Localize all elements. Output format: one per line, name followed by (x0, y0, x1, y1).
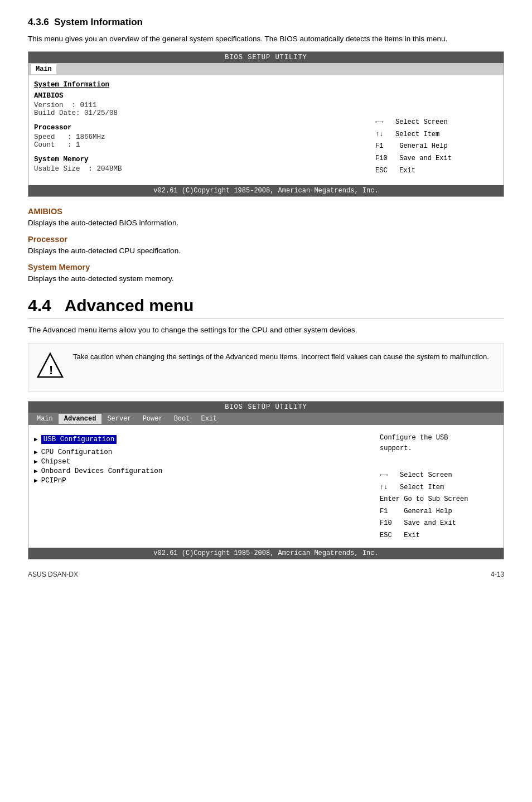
bios-tab-adv-power[interactable]: Power (137, 414, 168, 424)
section-436-desc: This menu gives you an overview of the g… (28, 33, 504, 45)
memory-title: System Memory (34, 156, 370, 163)
amibios-title: AMIBIOS (34, 92, 370, 100)
help-f10: F10 Save and Exit (375, 153, 452, 165)
warning-box: ! Take caution when changing the setting… (28, 343, 504, 392)
caution-triangle-icon: ! (37, 351, 64, 380)
section-436-title: 4.3.6 System Information (28, 17, 504, 28)
bios-tab-adv-server[interactable]: Server (101, 414, 137, 424)
bios-item-chipset[interactable]: ▶ Chipset (34, 458, 370, 466)
help-arrows: ←→ Select Screen (375, 117, 452, 129)
bios-header-1: BIOS SETUP UTILITY (28, 52, 504, 63)
help-keys-1: ←→ Select Screen ↑↓ Select Item F1 Gener… (375, 117, 452, 177)
arrow-icon-onboard: ▶ (34, 467, 38, 475)
bios-item-cpu[interactable]: ▶ CPU Configuration (34, 448, 370, 456)
svg-text:!: ! (49, 363, 53, 377)
help-arrows-2: ←→ Select Screen (380, 470, 498, 482)
help-updown-2: ↑↓ Select Item (380, 482, 498, 494)
bios-tab-adv-exit[interactable]: Exit (195, 414, 223, 424)
subsection-processor-title: Processor (28, 235, 504, 244)
processor-speed: Speed : 1866MHz (34, 133, 370, 141)
bios-group-amibios: AMIBIOS Version : 0111 Build Date: 01/25… (34, 92, 370, 117)
bios-tabs-1: Main (28, 63, 504, 75)
bios-group-processor: Processor Speed : 1866MHz Count : 1 (34, 124, 370, 149)
bios-left-panel: System Information AMIBIOS Version : 011… (34, 81, 375, 180)
bios-tabs-advanced: Main Advanced Server Power Boot Exit (28, 413, 504, 425)
subsection-processor-body: Displays the auto-detected CPU specifica… (28, 247, 504, 255)
footer-left: ASUS DSAN-DX (28, 571, 78, 578)
bios-group-memory: System Memory Usable Size : 2048MB (34, 156, 370, 173)
help-updown: ↑↓ Select Item (375, 129, 452, 141)
bios-box-2: BIOS SETUP UTILITY Main Advanced Server … (28, 401, 504, 559)
section-44-desc: The Advanced menu items allow you to cha… (28, 325, 504, 336)
subsection-memory-body: Displays the auto-detected system memory… (28, 274, 504, 283)
warning-text: Take caution when changing the settings … (73, 351, 489, 363)
bios-tab-adv-boot[interactable]: Boot (168, 414, 196, 424)
bios-left-panel-2: ▶ USB Configuration ▶ CPU Configuration … (34, 431, 375, 542)
arrow-icon-pcipnp: ▶ (34, 477, 38, 484)
bios-right-panel-1: ←→ Select Screen ↑↓ Select Item F1 Gener… (375, 81, 498, 180)
amibios-builddate: Build Date: 01/25/08 (34, 109, 370, 117)
subsection-amibios-title: AMIBIOS (28, 207, 504, 216)
memory-usable: Usable Size : 2048MB (34, 165, 370, 173)
bios-footer-2: v02.61 (C)Copyright 1985-2008, American … (28, 548, 504, 559)
bios-box-1: BIOS SETUP UTILITY Main System Informati… (28, 51, 504, 197)
subsection-memory-title: System Memory (28, 263, 504, 272)
help-f10-2: F10 Save and Exit (380, 518, 498, 530)
bios-tab-adv-main[interactable]: Main (31, 414, 59, 424)
bios-footer-1: v02.61 (C)Copyright 1985-2008, American … (28, 185, 504, 196)
page-footer: ASUS DSAN-DX 4-13 (28, 571, 504, 578)
bios-header-2: BIOS SETUP UTILITY (28, 402, 504, 413)
bios-help-bottom: ←→ Select Screen ↑↓ Select Item Enter Go… (380, 470, 498, 542)
amibios-version: Version : 0111 (34, 102, 370, 109)
section-number: 4.3.6 (28, 17, 49, 27)
bios-body-1: System Information AMIBIOS Version : 011… (28, 75, 504, 185)
arrow-icon-usb: ▶ (34, 436, 38, 443)
help-f1-2: F1 General Help (380, 506, 498, 518)
help-esc: ESC Exit (375, 165, 452, 177)
bios-item-pcipnp[interactable]: ▶ PCIPnP (34, 477, 370, 485)
subsection-amibios-body: Displays the auto-detected BIOS informat… (28, 219, 504, 227)
bios-item-usb[interactable]: ▶ USB Configuration (34, 435, 370, 444)
bios-item-cpu-label: CPU Configuration (41, 448, 113, 456)
bios-item-chipset-label: Chipset (41, 458, 71, 466)
bios-items-group: ▶ CPU Configuration ▶ Chipset ▶ Onboard … (34, 448, 370, 485)
processor-count: Count : 1 (34, 141, 370, 149)
bios-item-usb-label: USB Configuration (41, 435, 117, 444)
processor-title: Processor (34, 124, 370, 132)
bios-help-top: Configure the USBsupport. (380, 433, 498, 454)
bios-section-label: System Information (34, 81, 370, 89)
bios-right-panel-2: Configure the USBsupport. ←→ Select Scre… (375, 431, 498, 542)
section-44-number: 4.4 (28, 296, 51, 315)
bios-item-onboard[interactable]: ▶ Onboard Devices Configuration (34, 467, 370, 475)
warning-icon: ! (36, 351, 64, 384)
help-enter-2: Enter Go to Sub Screen (380, 494, 498, 506)
footer-right: 4-13 (491, 571, 504, 578)
bios-tab-adv-advanced[interactable]: Advanced (59, 414, 102, 424)
bios-item-pcipnp-label: PCIPnP (41, 477, 66, 485)
help-f1: F1 General Help (375, 141, 452, 153)
bios-body-2: ▶ USB Configuration ▶ CPU Configuration … (28, 425, 504, 548)
bios-item-onboard-label: Onboard Devices Configuration (41, 467, 163, 475)
help-esc-2: ESC Exit (380, 530, 498, 542)
arrow-icon-cpu: ▶ (34, 448, 38, 456)
section-title-text: System Information (54, 17, 143, 27)
section-44-title: 4.4 Advanced menu (28, 296, 504, 319)
arrow-icon-chipset: ▶ (34, 458, 38, 465)
section-44-title-text: Advanced menu (65, 296, 194, 315)
bios-tab-main[interactable]: Main (31, 64, 56, 74)
